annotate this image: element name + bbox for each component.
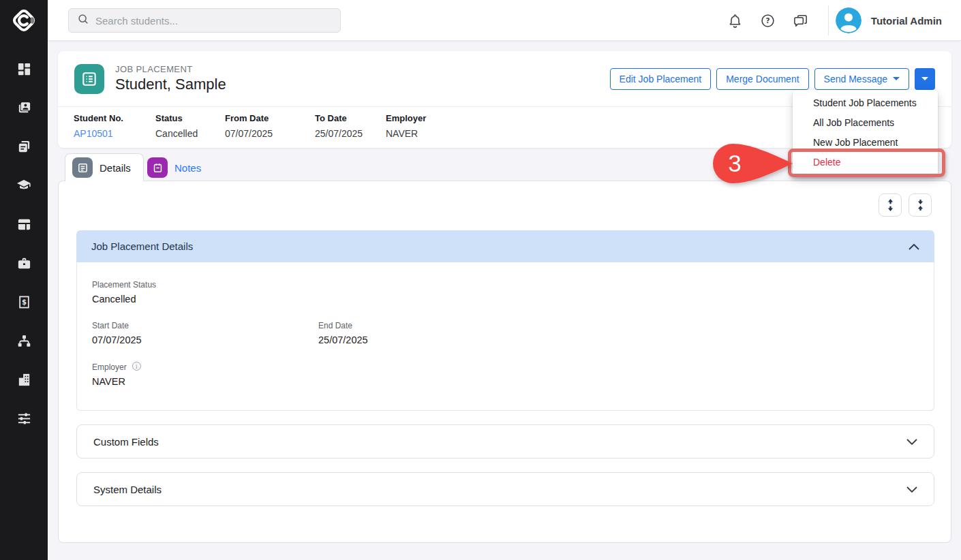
user-name[interactable]: Tutorial Admin <box>871 15 942 27</box>
job-placement-details-body: Placement Status Cancelled Start Date 07… <box>76 262 934 411</box>
details-tab-icon <box>72 157 93 178</box>
sidebar-item-dashboard[interactable] <box>11 59 37 79</box>
sidebar-item-settings[interactable] <box>11 408 37 429</box>
chevron-down-icon <box>906 483 917 495</box>
tab-details[interactable]: Details <box>65 153 144 181</box>
summary-employer: Employer NAVER <box>386 113 426 139</box>
summary-to-date: To Date 25/07/2025 <box>315 113 363 139</box>
sidebar-item-records[interactable] <box>11 136 37 157</box>
menu-item-new-job-placement[interactable]: New Job Placement <box>793 133 938 153</box>
chevron-down-icon <box>893 77 900 80</box>
field-employer: Employeri NAVER <box>92 362 141 387</box>
chevron-down-icon <box>921 77 928 80</box>
more-actions-button[interactable] <box>915 68 935 90</box>
expand-all-button[interactable] <box>879 193 902 217</box>
edit-job-placement-button[interactable]: Edit Job Placement <box>610 68 712 90</box>
job-placement-icon <box>74 64 104 94</box>
messages-chat-icon[interactable] <box>787 7 814 34</box>
menu-item-student-job-placements[interactable]: Student Job Placements <box>793 93 938 113</box>
sidebar-item-job-placements[interactable] <box>11 253 37 273</box>
summary-student-no: Student No. AP10501 <box>74 113 123 139</box>
search-icon <box>77 13 89 28</box>
header-actions: Edit Job Placement Merge Document Send M… <box>610 68 935 90</box>
summary-status: Status Cancelled <box>155 113 198 139</box>
help-icon[interactable]: ? <box>754 7 782 34</box>
app-screen: $ ? <box>0 0 961 560</box>
field-placement-status: Placement Status Cancelled <box>92 280 156 305</box>
sidebar-item-agents[interactable] <box>11 330 37 351</box>
search-box[interactable] <box>68 8 341 33</box>
merge-document-button[interactable]: Merge Document <box>716 68 808 90</box>
svg-text:$: $ <box>22 298 27 305</box>
topbar-divider <box>828 5 829 35</box>
student-no-link[interactable]: AP10501 <box>74 128 123 139</box>
menu-item-delete[interactable]: Delete <box>793 153 938 172</box>
field-start-date: Start Date 07/07/2025 <box>92 321 318 345</box>
system-details-section-header[interactable]: System Details <box>76 472 934 506</box>
sidebar: $ <box>0 0 48 560</box>
send-message-button[interactable]: Send Message <box>814 68 909 90</box>
summary-from-date: From Date 07/07/2025 <box>225 113 273 139</box>
svg-text:?: ? <box>766 16 770 25</box>
sidebar-item-students[interactable] <box>11 97 37 118</box>
sidebar-nav: $ <box>0 41 48 429</box>
search-input[interactable] <box>95 15 332 27</box>
sidebar-item-courses[interactable] <box>11 175 37 196</box>
tab-notes[interactable]: Notes <box>147 155 201 180</box>
page-title: Student, Sample <box>115 76 226 93</box>
info-icon[interactable]: i <box>132 362 141 371</box>
app-logo-icon[interactable] <box>0 0 48 41</box>
entity-type-label: JOB PLACEMENT <box>115 64 226 74</box>
chevron-up-icon <box>909 240 919 253</box>
details-tab-panel: Job Placement Details Placement Status C… <box>58 181 951 543</box>
notes-tab-icon <box>147 157 168 178</box>
more-actions-menu: Student Job Placements All Job Placement… <box>793 90 938 176</box>
topbar: ? Tutorial Admin <box>48 0 961 41</box>
job-placement-details-section: Job Placement Details Placement Status C… <box>76 230 934 411</box>
sidebar-item-invoices[interactable]: $ <box>11 292 37 312</box>
collapse-all-button[interactable] <box>909 193 932 217</box>
chevron-down-icon <box>906 435 917 448</box>
sidebar-item-programs[interactable] <box>11 214 37 234</box>
field-end-date: End Date 25/07/2025 <box>318 321 545 345</box>
user-avatar[interactable] <box>836 7 861 33</box>
job-placement-details-header[interactable]: Job Placement Details <box>76 230 934 262</box>
custom-fields-section-header[interactable]: Custom Fields <box>76 424 934 458</box>
topbar-right: ? Tutorial Admin <box>722 0 961 41</box>
menu-item-all-job-placements[interactable]: All Job Placements <box>793 113 938 133</box>
notifications-bell-icon[interactable] <box>722 7 749 34</box>
step-number: 3 <box>728 150 741 176</box>
sidebar-item-organisations[interactable] <box>11 369 37 390</box>
